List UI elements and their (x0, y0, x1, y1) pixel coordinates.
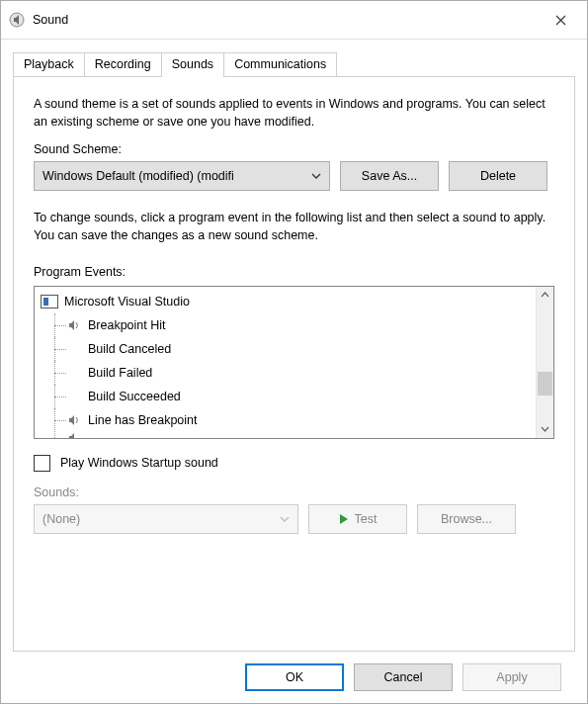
intro-text: A sound theme is a set of sounds applied… (34, 95, 554, 131)
tab-sounds[interactable]: Sounds (161, 52, 224, 77)
delete-button[interactable]: Delete (449, 161, 547, 191)
startup-sound-row[interactable]: Play Windows Startup sound (34, 455, 554, 472)
scrollbar[interactable] (536, 287, 553, 438)
program-events-listbox[interactable]: Microsoft Visual Studio Breakpoint Hit B… (34, 286, 554, 439)
tree-connector-icon (50, 313, 66, 337)
tab-communications[interactable]: Communications (223, 52, 337, 76)
tree-connector-icon (50, 432, 66, 438)
tree-item-label: Build Failed (88, 366, 152, 380)
events-label: Program Events: (34, 265, 554, 279)
tree-connector-icon (50, 408, 66, 432)
cancel-button[interactable]: Cancel (354, 663, 453, 691)
scheme-label: Sound Scheme: (34, 142, 554, 156)
tree-item[interactable]: Build Canceled (35, 337, 536, 361)
scroll-track[interactable] (537, 304, 553, 421)
scroll-up-icon[interactable] (537, 287, 553, 304)
sound-file-selected: (None) (42, 512, 80, 526)
scroll-thumb[interactable] (538, 372, 552, 396)
change-text: To change sounds, click a program event … (34, 209, 554, 244)
sound-dialog: Sound Playback Recording Sounds Communic… (0, 0, 588, 704)
close-button[interactable] (538, 5, 583, 35)
play-icon (339, 513, 349, 525)
tree-item[interactable]: Build Failed (35, 361, 536, 385)
no-sound-icon (66, 341, 82, 357)
browse-button: Browse... (417, 504, 516, 534)
scroll-down-icon[interactable] (537, 421, 553, 438)
tree-item-label: Build Succeeded (88, 390, 181, 403)
client-area: Playback Recording Sounds Communications… (1, 40, 587, 703)
speaker-icon (66, 317, 82, 333)
save-as-button[interactable]: Save As... (340, 161, 439, 191)
no-sound-icon (66, 365, 82, 381)
ok-button[interactable]: OK (245, 663, 344, 691)
tree-item-label: Build Canceled (88, 342, 171, 356)
test-label: Test (355, 512, 378, 526)
scheme-selected: Windows Default (modified) (modifi (42, 169, 234, 183)
tree-item[interactable]: Line has Breakpoint (35, 408, 536, 432)
tab-playback[interactable]: Playback (13, 52, 85, 76)
tree-item[interactable]: Breakpoint Hit (35, 313, 536, 337)
tree-item[interactable] (35, 432, 536, 438)
tree-root-label: Microsoft Visual Studio (64, 295, 190, 308)
chevron-down-icon (280, 516, 290, 522)
tree-connector-icon (50, 337, 66, 361)
speaker-icon (66, 432, 82, 438)
tree-root[interactable]: Microsoft Visual Studio (35, 290, 536, 313)
test-button: Test (308, 504, 407, 534)
scheme-dropdown[interactable]: Windows Default (modified) (modifi (34, 161, 330, 191)
sound-icon (9, 12, 25, 28)
tree-item[interactable]: Build Succeeded (35, 385, 536, 408)
tree-item-label: Breakpoint Hit (88, 318, 166, 332)
window-title: Sound (33, 13, 68, 27)
apply-button: Apply (462, 663, 561, 691)
titlebar: Sound (1, 1, 587, 40)
startup-checkbox[interactable] (34, 455, 50, 472)
no-sound-icon (66, 389, 82, 404)
startup-label: Play Windows Startup sound (60, 456, 218, 470)
sounds-label: Sounds: (34, 485, 554, 499)
tree-item-label: Line has Breakpoint (88, 413, 198, 427)
app-icon (41, 295, 58, 308)
tree-connector-icon (50, 361, 66, 385)
speaker-icon (66, 412, 82, 428)
sounds-panel: A sound theme is a set of sounds applied… (13, 76, 575, 652)
events-tree: Microsoft Visual Studio Breakpoint Hit B… (35, 287, 536, 438)
tab-recording[interactable]: Recording (84, 52, 162, 76)
sound-file-dropdown: (None) (34, 504, 298, 534)
chevron-down-icon (311, 173, 321, 179)
tabstrip: Playback Recording Sounds Communications (13, 51, 575, 76)
tree-connector-icon (50, 385, 66, 408)
dialog-footer: OK Cancel Apply (13, 652, 575, 703)
